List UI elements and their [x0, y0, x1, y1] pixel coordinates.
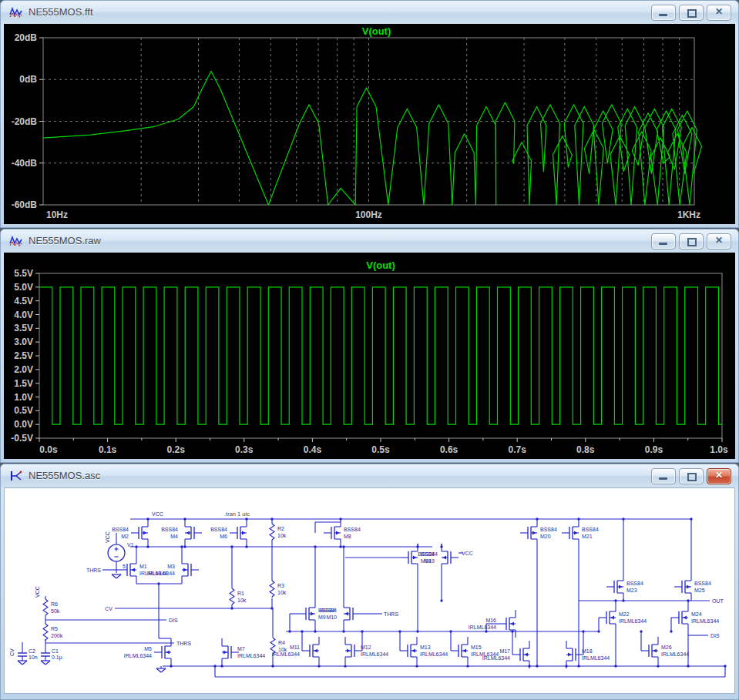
svg-text:C2: C2: [29, 648, 35, 654]
svg-text:M1: M1: [139, 564, 147, 569]
svg-text:BSS84: BSS84: [112, 527, 129, 532]
restore-button[interactable]: [679, 468, 704, 484]
svg-text:10k: 10k: [277, 533, 287, 538]
svg-text:BSS84: BSS84: [210, 527, 227, 532]
svg-text:M23: M23: [626, 588, 637, 593]
window-asc[interactable]: NE555MOS.asc ✕ VCCVCCVCCVCCCVCVDISTHRSTH…: [0, 464, 739, 700]
svg-text:BSS84: BSS84: [540, 527, 557, 532]
schematic-canvas[interactable]: VCCVCCVCCVCCCVCVDISTHRSTHRSTHRSOUTDIS.tr…: [5, 488, 736, 695]
close-button[interactable]: ✕: [707, 468, 731, 484]
svg-text:VCC: VCC: [35, 586, 40, 598]
fft-plot[interactable]: 20dB0dB-20dB-40dB-60dB10Hz100Hz1KHzV(out…: [4, 24, 737, 226]
svg-text:BSS84: BSS84: [694, 581, 711, 586]
svg-text:IRLML6344: IRLML6344: [582, 655, 610, 661]
restore-button[interactable]: [679, 233, 704, 250]
svg-text:DIS: DIS: [710, 633, 720, 638]
minimize-button[interactable]: [651, 5, 676, 21]
svg-text:M6: M6: [220, 534, 227, 539]
restore-icon: [687, 9, 697, 18]
svg-text:1.0s: 1.0s: [710, 444, 728, 455]
svg-text:BSS84: BSS84: [161, 527, 178, 532]
svg-text:IRLML6344: IRLML6344: [124, 653, 152, 658]
svg-text:BSS84: BSS84: [418, 551, 435, 557]
svg-text:IRLML6344: IRLML6344: [272, 651, 300, 657]
svg-text:0.1µ: 0.1µ: [52, 655, 62, 661]
restore-icon: [687, 238, 697, 246]
svg-text:-60dB: -60dB: [12, 199, 38, 210]
svg-text:5: 5: [123, 564, 126, 569]
svg-text:M16: M16: [485, 618, 496, 623]
svg-text:M25: M25: [694, 588, 705, 593]
waveform-doc-icon: [9, 234, 23, 248]
svg-text:VCC: VCC: [462, 551, 473, 556]
svg-text:THRS: THRS: [176, 641, 191, 646]
svg-text:2.0V: 2.0V: [14, 364, 33, 375]
svg-text:R6: R6: [51, 601, 58, 607]
svg-text:M18: M18: [582, 648, 593, 654]
schematic-doc-icon: [9, 469, 23, 483]
svg-text:M2: M2: [121, 534, 129, 539]
svg-text:IRLML6344: IRLML6344: [482, 655, 510, 661]
window-raw[interactable]: NE555MOS.raw ✕ 5.5V5.0V4.5V4.0V3.5V3.0V2…: [0, 229, 739, 463]
svg-text:BSS84: BSS84: [344, 527, 361, 532]
svg-text:M21: M21: [582, 534, 593, 539]
svg-text:10k: 10k: [277, 590, 287, 595]
svg-text:M22: M22: [619, 611, 630, 617]
svg-text:0.4s: 0.4s: [304, 444, 322, 455]
close-button[interactable]: ✕: [707, 5, 731, 21]
svg-text:4.5V: 4.5V: [14, 296, 33, 306]
svg-text:M5: M5: [144, 646, 152, 651]
window-title: NE555MOS.fft: [29, 6, 93, 18]
svg-text:1KHz: 1KHz: [677, 209, 700, 220]
waveform-doc-icon: [9, 5, 23, 19]
svg-text:M24: M24: [691, 611, 702, 617]
svg-text:0.5s: 0.5s: [371, 444, 390, 455]
svg-text:M10: M10: [326, 615, 337, 620]
svg-text:IRLML6344: IRLML6344: [147, 571, 175, 576]
svg-text:M19: M19: [424, 558, 435, 564]
svg-text:OUT: OUT: [712, 598, 724, 604]
svg-text:10k: 10k: [237, 598, 247, 603]
svg-text:BSS84: BSS84: [582, 527, 599, 532]
close-icon: ✕: [707, 470, 731, 481]
svg-text:R2: R2: [277, 526, 284, 531]
window-fft[interactable]: NE555MOS.fft ✕ 20dB0dB-20dB-40dB-60dB10H…: [0, 0, 739, 228]
svg-text:M15: M15: [471, 645, 482, 650]
svg-text:10Hz: 10Hz: [46, 209, 68, 220]
svg-text:4.0V: 4.0V: [14, 310, 33, 320]
svg-text:R5: R5: [51, 626, 58, 631]
titlebar-fft[interactable]: NE555MOS.fft ✕: [1, 1, 738, 24]
svg-text:R4: R4: [278, 640, 285, 645]
svg-text:5.5V: 5.5V: [14, 268, 33, 279]
svg-text:0.7s: 0.7s: [509, 444, 527, 455]
svg-text:100Hz: 100Hz: [355, 209, 382, 220]
restore-button[interactable]: [679, 5, 704, 21]
restore-icon: [687, 473, 697, 481]
close-button[interactable]: ✕: [707, 233, 731, 250]
svg-text:20dB: 20dB: [15, 32, 38, 43]
minimize-icon: [659, 14, 667, 16]
svg-text:1.5V: 1.5V: [14, 378, 33, 389]
svg-text:0.1s: 0.1s: [99, 444, 117, 455]
svg-text:3.5V: 3.5V: [14, 323, 33, 333]
svg-text:R3: R3: [277, 583, 284, 588]
svg-text:0.3s: 0.3s: [235, 444, 254, 455]
minimize-icon: [659, 243, 667, 245]
svg-text:10n: 10n: [29, 655, 38, 660]
titlebar-asc[interactable]: NE555MOS.asc ✕: [1, 464, 738, 487]
svg-text:CV: CV: [105, 606, 113, 611]
svg-text:IRLML6344: IRLML6344: [691, 618, 719, 624]
svg-text:IRLML6344: IRLML6344: [619, 618, 647, 624]
svg-text:V(out): V(out): [366, 260, 395, 271]
svg-text:M3: M3: [167, 564, 175, 569]
svg-text:0.2s: 0.2s: [167, 444, 186, 455]
svg-text:C1: C1: [52, 648, 59, 654]
transient-plot[interactable]: 5.5V5.0V4.5V4.0V3.5V3.0V2.5V2.0V1.5V1.0V…: [4, 253, 737, 461]
minimize-button[interactable]: [651, 233, 676, 250]
titlebar-raw[interactable]: NE555MOS.raw ✕: [1, 229, 738, 253]
svg-text:M12: M12: [361, 645, 371, 650]
svg-text:-20dB: -20dB: [12, 116, 38, 127]
svg-text:-0.5V: -0.5V: [11, 433, 33, 444]
minimize-button[interactable]: [651, 468, 676, 484]
svg-text:IRLML6344: IRLML6344: [469, 625, 496, 630]
